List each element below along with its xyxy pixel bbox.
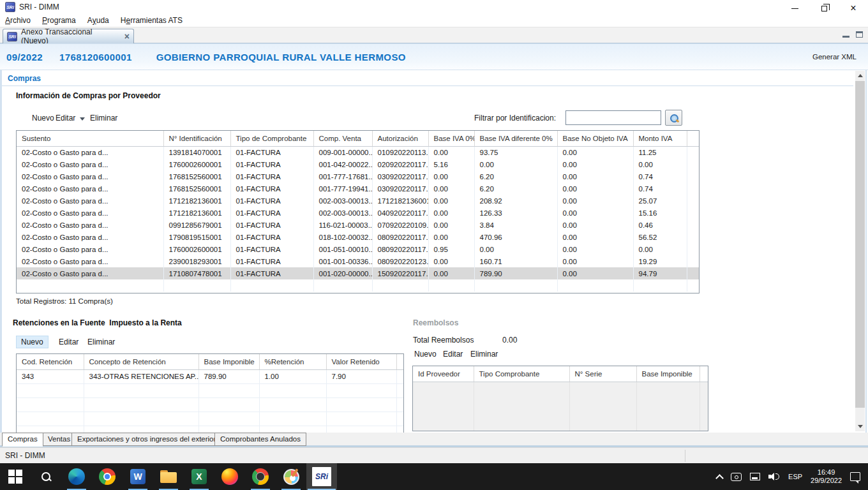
start-button[interactable]: [0, 463, 31, 490]
column-header[interactable]: N° Identificación: [163, 131, 230, 146]
panel-minimize-icon[interactable]: [842, 32, 849, 38]
cell: 6.20: [474, 182, 557, 195]
search-button[interactable]: [665, 110, 682, 126]
generar-xml-button[interactable]: Generar XML: [812, 53, 857, 61]
taskbar-chrome-profile-button[interactable]: [245, 463, 276, 490]
tab-compras[interactable]: Compras: [2, 433, 43, 447]
language-indicator[interactable]: ESP: [788, 473, 802, 480]
table-row[interactable]: 02-Costo o Gasto para d...17121821360010…: [17, 207, 700, 219]
column-header[interactable]: [700, 366, 708, 382]
cell: 1712182136001: [163, 207, 230, 219]
reembolsos-nuevo-button[interactable]: Nuevo: [412, 348, 439, 360]
column-header[interactable]: Base IVA 0%: [428, 131, 474, 146]
cell: [396, 383, 404, 397]
taskbar-paint-button[interactable]: [276, 463, 306, 490]
cell: 01-FACTURA: [230, 158, 313, 170]
reembolsos-editar-button[interactable]: Editar: [440, 348, 465, 360]
editar-dropdown-icon[interactable]: [80, 117, 85, 121]
panel-maximize-icon[interactable]: [856, 31, 863, 38]
table-row[interactable]: 02-Costo o Gasto para d...23900182930010…: [17, 255, 700, 267]
menu-archivo[interactable]: Archivo: [0, 14, 36, 27]
search-icon: [670, 114, 678, 122]
taskbar-search-button[interactable]: [31, 463, 61, 490]
column-header[interactable]: Tipo de Comprobante: [230, 131, 313, 146]
tab-exportaciones[interactable]: Exportaciones y otros ingresos del exter…: [71, 433, 221, 446]
column-header[interactable]: Autorización: [372, 131, 428, 146]
cell: 02-Costo o Gasto para d...: [17, 158, 163, 170]
cell: 1391814070001: [163, 146, 230, 158]
chrome-icon: [99, 468, 116, 485]
taskbar-edge-button[interactable]: [61, 463, 92, 490]
cell: [163, 279, 230, 292]
column-header[interactable]: Base Imponible: [198, 354, 259, 369]
table-row[interactable]: 02-Costo o Gasto para d...17681525600010…: [17, 170, 700, 182]
column-header[interactable]: Cod. Retención: [17, 354, 84, 369]
table-row[interactable]: 02-Costo o Gasto para d...17600026000010…: [17, 243, 700, 255]
cell: 02-Costo o Gasto para d...: [17, 170, 163, 182]
reembolsos-table: Id ProveedorTipo ComprobanteN° SerieBase…: [412, 366, 708, 431]
table-row[interactable]: 02-Costo o Gasto para d...17681525600010…: [17, 182, 700, 195]
tab-comprobantes-anulados[interactable]: Comprobantes Anulados: [214, 433, 306, 446]
menu-herramientas-ats[interactable]: Herramientas ATS: [115, 14, 188, 27]
column-header[interactable]: %Retención: [259, 354, 326, 369]
total-registros-label: Total Registros: 11 Compra(s): [16, 297, 113, 305]
menu-programa[interactable]: Programa: [36, 14, 82, 27]
cell: [700, 382, 708, 398]
column-header[interactable]: Concepto de Retención: [84, 354, 198, 369]
taskbar-excel-button[interactable]: X: [184, 463, 214, 490]
eliminar-button[interactable]: Eliminar: [87, 112, 120, 124]
cell: [84, 412, 198, 426]
network-icon[interactable]: [750, 473, 760, 480]
cell: 343-OTRAS RETENCIONES AP...: [84, 369, 198, 383]
column-header[interactable]: Tipo Comprobante: [474, 366, 569, 382]
cast-icon[interactable]: [731, 473, 742, 481]
column-header[interactable]: N° Serie: [569, 366, 636, 382]
retenciones-editar-button[interactable]: Editar: [56, 336, 81, 348]
column-header[interactable]: Base No Objeto IVA: [557, 131, 633, 146]
filter-input[interactable]: [565, 110, 661, 125]
table-row[interactable]: 02-Costo o Gasto para d...17108074780010…: [17, 267, 700, 279]
cell: 25.07: [633, 195, 687, 207]
content-scrollbar[interactable]: [855, 71, 865, 431]
taskbar-firefox-button[interactable]: [214, 463, 245, 490]
table-row[interactable]: 343343-OTRAS RETENCIONES AP...789.901.00…: [17, 369, 404, 383]
taskbar-word-button[interactable]: W: [123, 463, 153, 490]
column-header[interactable]: Valor Retenido: [326, 354, 396, 369]
cell: [413, 415, 474, 431]
tab-anexo-transaccional[interactable]: SRi Anexo Transaccional (Nuevo) ×: [3, 29, 134, 43]
scroll-up-button[interactable]: [855, 71, 865, 80]
column-header[interactable]: Sustento: [17, 131, 163, 146]
column-header[interactable]: Base IVA diferente 0%: [474, 131, 557, 146]
table-row[interactable]: 02-Costo o Gasto para d...17600026000010…: [17, 158, 700, 170]
action-center-icon[interactable]: [850, 472, 860, 481]
cell: 1712182136001: [372, 195, 428, 207]
reembolsos-eliminar-button[interactable]: Eliminar: [468, 348, 500, 360]
tray-expand-icon[interactable]: [715, 474, 724, 482]
cell: [17, 397, 84, 412]
taskbar-explorer-button[interactable]: [153, 463, 184, 490]
taskbar-chrome-button[interactable]: [92, 463, 123, 490]
editar-button[interactable]: Editar: [53, 112, 78, 124]
column-header[interactable]: Monto IVA: [633, 131, 687, 146]
cell: 0.00: [428, 219, 474, 231]
retenciones-nuevo-button[interactable]: Nuevo: [16, 336, 49, 348]
column-header[interactable]: [687, 131, 700, 146]
taskbar-sri-dimm-button[interactable]: SRi: [306, 463, 337, 490]
table-row[interactable]: 02-Costo o Gasto para d...13918140700010…: [17, 146, 700, 158]
cell: 0.00: [557, 182, 633, 195]
cell: 01-FACTURA: [230, 219, 313, 231]
scroll-down-button[interactable]: [855, 422, 865, 431]
volume-icon[interactable]: [768, 472, 780, 481]
tab-close-icon[interactable]: ×: [124, 33, 130, 40]
table-row[interactable]: 02-Costo o Gasto para d...17908195150010…: [17, 231, 700, 243]
column-header[interactable]: Base Imponible: [636, 366, 700, 382]
table-row[interactable]: 02-Costo o Gasto para d...09912856790010…: [17, 219, 700, 231]
empty-row: [413, 398, 708, 415]
menu-ayuda[interactable]: Ayuda: [82, 14, 115, 27]
column-header[interactable]: Id Proveedor: [413, 366, 474, 382]
taskbar-clock[interactable]: 16:49 29/9/2022: [811, 468, 842, 485]
retenciones-eliminar-button[interactable]: Eliminar: [85, 336, 117, 348]
scrollbar-thumb[interactable]: [855, 81, 865, 408]
table-row[interactable]: 02-Costo o Gasto para d...17121821360010…: [17, 195, 700, 207]
column-header[interactable]: Comp. Venta: [313, 131, 372, 146]
